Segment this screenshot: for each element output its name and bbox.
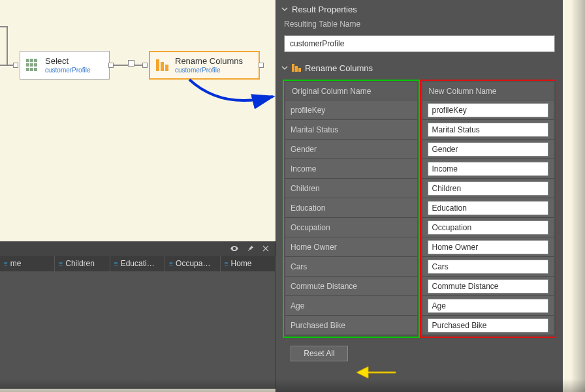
new-column-row	[422, 316, 554, 335]
original-column-name: Marital Status	[285, 120, 417, 140]
original-column-name: Commute Distance	[285, 277, 417, 296]
new-column-row	[422, 159, 554, 179]
columns-icon	[292, 64, 301, 72]
edge-segment	[0, 26, 8, 65]
original-column-name: Children	[285, 179, 417, 198]
new-column-row	[422, 218, 554, 237]
edge-segment	[0, 65, 13, 66]
new-column-name-input[interactable]	[428, 162, 549, 176]
original-column-name: Education	[285, 198, 417, 218]
chevron-down-icon	[281, 65, 288, 71]
column-header[interactable]: ≡Occupa…	[165, 256, 220, 271]
node-rename-columns[interactable]: Rename Columns customerProfile	[149, 51, 260, 80]
column-header-new: New Column Name	[422, 82, 554, 100]
workflow-canvas[interactable]: Select customerProfile Rename Columns cu…	[0, 0, 276, 241]
node-subtitle: customerProfile	[45, 67, 90, 74]
port[interactable]	[142, 63, 148, 68]
new-column-name-input[interactable]	[428, 220, 549, 235]
new-column-row	[422, 237, 554, 257]
new-column-row	[422, 198, 554, 218]
canvas-bottombar	[0, 241, 276, 256]
properties-panel: Result Properties Resulting Table Name R…	[276, 0, 563, 392]
new-column-name-input[interactable]	[428, 279, 549, 294]
section-title: Result Properties	[292, 5, 357, 14]
new-column-row	[422, 100, 554, 120]
node-select[interactable]: Select customerProfile	[20, 51, 110, 80]
section-title: Rename Columns	[305, 63, 373, 73]
field-label: Resulting Table Name	[276, 18, 563, 33]
edge-marker[interactable]	[128, 60, 134, 67]
port[interactable]	[108, 63, 114, 68]
port[interactable]	[259, 63, 264, 68]
original-column-name: Occupation	[285, 218, 417, 237]
new-column-row	[422, 257, 554, 277]
reset-all-button[interactable]: Reset All	[291, 346, 348, 361]
grid-icon	[24, 54, 41, 76]
original-column-name: Purchased Bike	[285, 316, 417, 335]
decorative-shadow	[571, 0, 585, 392]
rename-columns-table: Original Column Name profileKeyMarital S…	[283, 80, 556, 338]
preview-column-headers: ≡me ≡Children ≡Educati… ≡Occupa… ≡Home	[0, 256, 276, 271]
new-column-group: New Column Name	[420, 80, 557, 338]
new-column-row	[422, 179, 554, 198]
new-column-row	[422, 296, 554, 316]
sort-icon: ≡	[59, 260, 63, 267]
chevron-down-icon	[281, 6, 288, 12]
original-column-name: Cars	[285, 257, 417, 277]
column-header[interactable]: ≡Home	[221, 256, 276, 271]
section-rename-columns[interactable]: Rename Columns	[276, 59, 563, 77]
eye-icon[interactable]	[230, 244, 239, 253]
sort-icon: ≡	[169, 260, 173, 267]
node-title: Rename Columns	[175, 56, 243, 67]
original-column-name: Income	[285, 159, 417, 179]
port[interactable]	[13, 63, 18, 68]
sort-icon: ≡	[225, 260, 229, 267]
new-column-name-input[interactable]	[428, 240, 549, 254]
preview-grid-body[interactable]	[0, 271, 276, 389]
original-column-name: Age	[285, 296, 417, 316]
columns-icon	[154, 54, 171, 76]
node-subtitle: customerProfile	[175, 67, 243, 74]
new-column-name-input[interactable]	[428, 142, 549, 157]
sort-icon: ≡	[4, 260, 8, 267]
new-column-name-input[interactable]	[428, 318, 549, 333]
pin-icon[interactable]	[245, 244, 255, 253]
new-column-row	[422, 277, 554, 296]
close-icon[interactable]	[261, 244, 270, 253]
original-column-name: Home Owner	[285, 237, 417, 257]
sort-icon: ≡	[114, 260, 118, 267]
original-column-name: profileKey	[285, 100, 417, 120]
original-column-group: Original Column Name profileKeyMarital S…	[283, 80, 420, 338]
new-column-name-input[interactable]	[428, 201, 549, 215]
column-header-original: Original Column Name	[285, 82, 417, 100]
section-result-properties[interactable]: Result Properties	[276, 0, 563, 18]
original-column-name: Gender	[285, 140, 417, 159]
new-column-name-input[interactable]	[428, 260, 549, 274]
column-header[interactable]: ≡Educati…	[110, 256, 165, 271]
column-header[interactable]: ≡Children	[55, 256, 110, 271]
new-column-row	[422, 120, 554, 140]
new-column-name-input[interactable]	[428, 181, 549, 196]
column-header[interactable]: ≡me	[0, 256, 55, 271]
new-column-name-input[interactable]	[428, 123, 549, 137]
new-column-row	[422, 140, 554, 159]
resulting-table-name-input[interactable]	[284, 35, 555, 52]
new-column-name-input[interactable]	[428, 103, 549, 117]
node-title: Select	[45, 56, 90, 67]
new-column-name-input[interactable]	[428, 299, 549, 313]
